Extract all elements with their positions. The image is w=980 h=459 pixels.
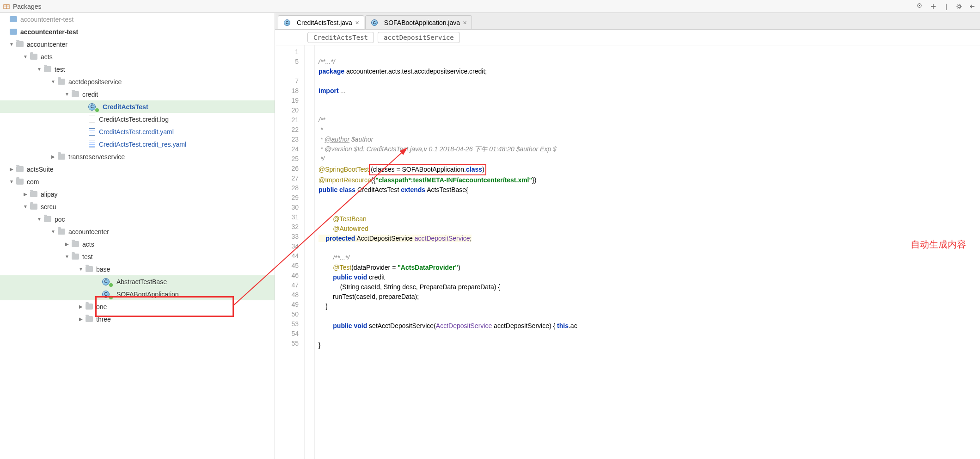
tree-folder[interactable]: ▼acts xyxy=(0,50,275,63)
toolbar-title: Packages xyxy=(13,3,41,10)
svg-point-3 xyxy=(958,5,961,8)
svg-point-2 xyxy=(919,5,920,6)
tree-folder[interactable]: ▶acts xyxy=(0,238,275,250)
tree-folder[interactable]: ▼test xyxy=(0,250,275,263)
separator-icon: | xyxy=(941,1,951,12)
tree-folder[interactable]: ▼accountcenter xyxy=(0,38,275,50)
line-gutter: 1571819202122232425262728293031323334444… xyxy=(275,45,305,459)
tree-class[interactable]: CAbstractTestBase xyxy=(0,275,275,288)
tree-folder[interactable]: ▶alipay xyxy=(0,188,275,200)
main-split: accountcenter-test accountcenter-test ▼a… xyxy=(0,13,980,459)
close-icon[interactable]: ✕ xyxy=(463,20,467,26)
code-editor[interactable]: /**...*/ package accountcenter.acts.test… xyxy=(315,45,980,459)
tree-folder[interactable]: ▼scrcu xyxy=(0,200,275,213)
breadcrumb[interactable]: acctDepositService xyxy=(378,32,460,43)
editor-tabs: C CreditActsTest.java ✕ C SOFABootApplic… xyxy=(275,13,980,30)
tree-folder[interactable]: ▼acctdepositservice xyxy=(0,75,275,88)
settings-icon[interactable] xyxy=(954,1,964,12)
tree-folder[interactable]: ▼credit xyxy=(0,88,275,100)
tree-folder[interactable]: ▶actsSuite xyxy=(0,163,275,175)
run-marker-icon xyxy=(109,296,113,299)
code-wrap: 1571819202122232425262728293031323334444… xyxy=(275,45,980,459)
collapse-button[interactable] xyxy=(967,1,977,12)
tab-sofa-boot-application[interactable]: C SOFABootApplication.java ✕ xyxy=(365,15,472,29)
editor-area: C CreditActsTest.java ✕ C SOFABootApplic… xyxy=(275,13,980,459)
project-tree[interactable]: accountcenter-test accountcenter-test ▼a… xyxy=(0,13,275,459)
run-marker-icon xyxy=(95,108,99,112)
annotation-note: 自动生成内容 xyxy=(911,240,966,249)
tree-folder[interactable]: ▼com xyxy=(0,175,275,188)
tree-folder[interactable]: ▼poc xyxy=(0,213,275,225)
project-toolbar: Packages | xyxy=(0,0,980,13)
tree-folder[interactable]: ▼base xyxy=(0,263,275,275)
tree-folder[interactable]: ▶one xyxy=(0,300,275,313)
tree-module[interactable]: accountcenter-test xyxy=(0,13,275,25)
scope-button[interactable] xyxy=(915,1,925,12)
tree-folder[interactable]: ▶three xyxy=(0,313,275,325)
tree-folder[interactable]: ▶transreserveservice xyxy=(0,150,275,163)
tree-class-sofa[interactable]: CSOFABootApplication xyxy=(0,288,275,300)
fold-column xyxy=(305,45,315,459)
tree-class[interactable]: CCreditActsTest xyxy=(0,100,275,113)
expand-button[interactable] xyxy=(928,1,938,12)
breadcrumb-bar: CreditActsTest acctDepositService xyxy=(275,30,980,45)
tree-module[interactable]: accountcenter-test xyxy=(0,25,275,38)
tree-folder[interactable]: ▼accountcenter xyxy=(0,225,275,238)
tab-label: CreditActsTest.java xyxy=(297,19,352,26)
breadcrumb[interactable]: CreditActsTest xyxy=(307,32,374,43)
tree-file[interactable]: CreditActsTest.credit.yaml xyxy=(0,125,275,138)
run-marker-icon xyxy=(109,283,113,287)
tree-folder[interactable]: ▼test xyxy=(0,63,275,75)
package-icon xyxy=(3,3,10,10)
close-icon[interactable]: ✕ xyxy=(355,20,359,26)
tab-credit-acts-test[interactable]: C CreditActsTest.java ✕ xyxy=(278,15,364,29)
tree-file[interactable]: CreditActsTest.credit.log xyxy=(0,113,275,125)
tree-file[interactable]: CreditActsTest.credit_res.yaml xyxy=(0,138,275,150)
tab-label: SOFABootApplication.java xyxy=(384,19,460,26)
